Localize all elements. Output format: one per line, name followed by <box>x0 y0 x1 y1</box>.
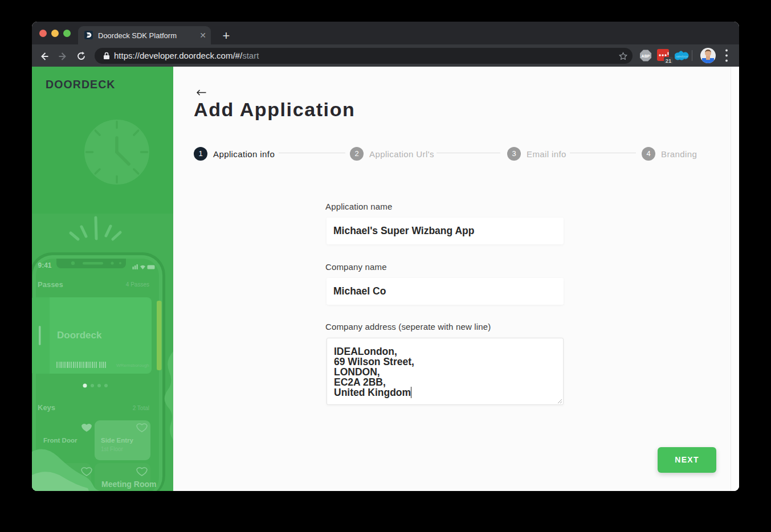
svg-text:Side Entry: Side Entry <box>101 437 133 444</box>
svg-text:9:41: 9:41 <box>38 261 52 269</box>
svg-text:Passes: Passes <box>38 280 63 289</box>
svg-text:WRemsborough: WRemsborough <box>116 363 149 368</box>
svg-text:2 Total: 2 Total <box>133 405 149 411</box>
svg-text:Front Door: Front Door <box>43 437 77 444</box>
svg-text:Doordeck: Doordeck <box>57 330 102 341</box>
svg-text:salesforce: salesforce <box>676 55 688 58</box>
svg-text:ABP: ABP <box>642 54 650 58</box>
svg-text:21: 21 <box>666 58 672 64</box>
svg-text:4 Passes: 4 Passes <box>126 281 149 288</box>
svg-text:Meeting Room: Meeting Room <box>101 480 156 489</box>
svg-text:1st Floor: 1st Floor <box>101 446 124 452</box>
svg-text:Keys: Keys <box>38 403 55 412</box>
